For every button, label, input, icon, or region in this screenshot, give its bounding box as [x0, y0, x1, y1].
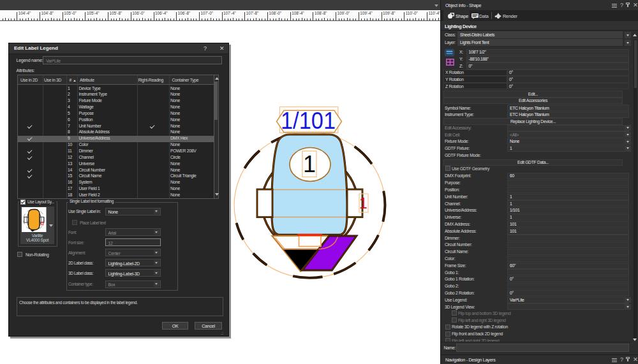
svg-text:1/101: 1/101 [281, 108, 336, 134]
svg-text:1: 1 [359, 195, 367, 212]
svg-text:1: 1 [303, 151, 316, 177]
